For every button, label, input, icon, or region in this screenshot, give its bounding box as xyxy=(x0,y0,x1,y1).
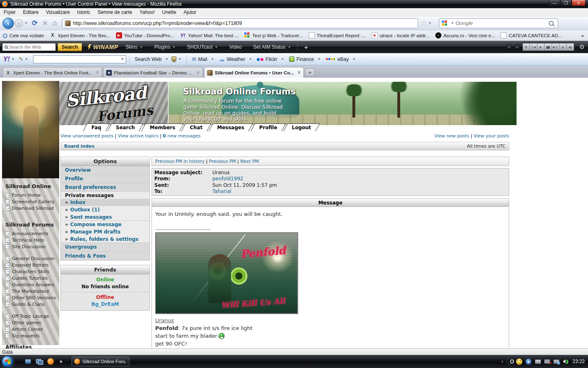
sidebar-item-site-discussion[interactable]: →Site Discussion xyxy=(2,243,59,250)
windows-start-button[interactable] xyxy=(2,356,13,368)
sidebar-item-other-sro-versions[interactable]: →Other SRO Versions xyxy=(2,294,59,301)
bookmark-xpert[interactable]: X Xpert Eleven - The Bes... xyxy=(47,32,113,38)
forum-tab-messages[interactable]: Messages xyxy=(209,123,253,131)
stop-icon[interactable]: ✕ xyxy=(40,20,50,27)
pencil-icon[interactable]: ✎ xyxy=(19,56,23,62)
option-usergroups[interactable]: Usergroups xyxy=(61,243,149,251)
winamp-search-button[interactable]: Search xyxy=(58,43,82,51)
menu-view[interactable]: Vizualizare xyxy=(42,8,73,16)
previous-pm-history-link[interactable]: Previous PM in history xyxy=(155,159,205,164)
sidebar-item-guides-tutorials[interactable]: →Guides Tutorials xyxy=(2,275,59,281)
forum-tab-logout[interactable]: Logout xyxy=(283,123,320,131)
yahoo-weather-button[interactable]: ☁Weather▼ xyxy=(217,56,255,63)
yahoo-ebay-button[interactable]: eBay▼ xyxy=(324,56,359,62)
bookmark-youtube[interactable]: ▶ YouTube - DomnulPro... xyxy=(113,32,177,38)
taskbar-button-firefox[interactable]: Silkroad Online Foru... xyxy=(71,357,129,366)
board-index-link[interactable]: Board index xyxy=(61,144,95,149)
view-unanswered-posts-link[interactable]: View unanswered posts xyxy=(60,133,114,139)
network-tray-icon[interactable] xyxy=(553,359,559,364)
tray-expand-chevron[interactable]: ‹ xyxy=(501,359,503,364)
forum-tab-members[interactable]: Members xyxy=(141,123,184,131)
sidebar-item-announcements[interactable]: →Announcements xyxy=(2,230,59,237)
steam-tray-icon[interactable] xyxy=(506,358,513,365)
winamp-updown-button[interactable]: ⇕ xyxy=(523,43,530,51)
show-desktop-icon[interactable] xyxy=(25,359,31,364)
option-outbox[interactable]: »Outbox (1) xyxy=(61,206,149,213)
winamp-menu-aim-status[interactable]: Set AIM Status▼ xyxy=(249,44,295,50)
back-button[interactable]: ‹ xyxy=(2,18,14,29)
offline-friend-link[interactable]: Bg_DrEaM xyxy=(61,300,149,307)
menu-edit[interactable]: Editare xyxy=(19,8,42,16)
option-board-preferences[interactable]: Board preferences xyxy=(61,183,149,192)
quick-launch-overflow-chevron[interactable]: » xyxy=(60,359,62,364)
winamp-next-button[interactable]: ▸❘ xyxy=(552,43,559,51)
option-overview[interactable]: Overview xyxy=(61,166,149,175)
tab-close-icon[interactable]: ✕ xyxy=(194,70,200,75)
pm-recipient-link[interactable]: Taharial xyxy=(212,188,232,194)
winamp-pause-button[interactable]: ▮▮ xyxy=(545,43,552,51)
sidebar-item-forum-home[interactable]: →Forum Home xyxy=(2,192,59,198)
sidebar-item-download-silkroad[interactable]: →Download Silkroad xyxy=(2,205,59,211)
bookmark-star-icon[interactable]: ☆ xyxy=(421,19,427,27)
chevron-down-icon[interactable]: ▼ xyxy=(121,57,126,61)
sidebar-item-artists-corner[interactable]: →Artists Corner xyxy=(2,326,59,332)
bookmarks-overflow-chevron[interactable]: » xyxy=(577,33,588,38)
display-tray-icon[interactable] xyxy=(535,359,541,364)
search-input[interactable] xyxy=(456,20,549,26)
new-messages-link[interactable]: 0 new messages xyxy=(163,133,201,139)
winamp-brand[interactable]: WINAMP xyxy=(93,44,118,50)
pm-sender-link[interactable]: penfold1992 xyxy=(212,176,243,182)
sidebar-item-characters-skills[interactable]: →Characters Skills xyxy=(2,268,59,275)
winamp-search-box[interactable] xyxy=(2,43,56,51)
sidebar-item-general-discussion[interactable]: →General Discussion xyxy=(2,255,59,262)
menu-yahoo[interactable]: Yahoo! xyxy=(136,8,158,16)
view-your-posts-link[interactable]: View your posts xyxy=(474,133,509,139)
winamp-eject-button[interactable]: ▴ xyxy=(559,43,567,51)
view-new-posts-link[interactable]: View new posts xyxy=(434,133,469,139)
winamp-previous-button[interactable]: ❘◂ xyxy=(530,43,537,51)
option-sent-messages[interactable]: »Sent messages xyxy=(61,213,149,221)
home-icon[interactable]: ⌂ xyxy=(50,19,60,27)
winamp-search-input[interactable] xyxy=(9,45,48,49)
tab-xpert-eleven[interactable]: X Xpert Eleven - The Best Online Foot...… xyxy=(2,67,102,78)
tab-close-icon[interactable]: ✕ xyxy=(93,70,99,75)
chevron-down-icon[interactable]: ▼ xyxy=(176,57,183,61)
yahoo-finance-button[interactable]: $Finance▼ xyxy=(287,56,324,62)
tab-planetarium[interactable]: ★ Planetarium Football Star – Devino ...… xyxy=(103,67,203,78)
yahoo-logo[interactable]: Y! xyxy=(3,56,10,63)
forum-tab-search[interactable]: Search xyxy=(107,123,144,131)
yahoo-search-combo[interactable]: ▼ xyxy=(33,55,126,63)
volume-tray-icon[interactable]: ))) xyxy=(563,359,568,364)
minimize-button[interactable]: — xyxy=(549,0,560,6)
winamp-play-button[interactable]: ▸ xyxy=(537,43,545,51)
close-button[interactable]: ✕ xyxy=(572,0,586,6)
previous-pm-link[interactable]: Previous PM xyxy=(209,159,236,164)
history-dropdown-icon[interactable]: ▼ xyxy=(23,21,29,25)
maximize-button[interactable]: ❐ xyxy=(560,0,572,6)
window-switcher-icon[interactable] xyxy=(36,359,42,364)
yahoo-flickr-button[interactable]: Flickr▼ xyxy=(255,56,287,62)
power-tray-icon[interactable] xyxy=(544,359,550,364)
menu-history[interactable]: Istoric xyxy=(74,8,94,16)
bookmark-yahoo-mail[interactable]: Y! Yahoo! Mail: The best ... xyxy=(177,32,241,38)
search-engine-dropdown-icon[interactable]: ▼ xyxy=(449,21,456,25)
sidebar-item-screenshot-gallery[interactable]: →Screenshot Gallery xyxy=(2,198,59,205)
bookmark-most-visited[interactable]: Cele mai vizitate xyxy=(0,33,47,38)
forum-tab-faq[interactable]: Faq xyxy=(83,123,110,131)
sidebar-item-questions-answers[interactable]: →Questions Answers xyxy=(2,281,59,288)
bookmark-translate[interactable]: Text şi Web - Traducer... xyxy=(241,32,306,38)
sidebar-item-guilds-clans[interactable]: →Guilds & Clans xyxy=(2,301,59,307)
option-compose-message[interactable]: »Compose message xyxy=(61,221,149,228)
google-icon[interactable] xyxy=(442,20,448,26)
bookmark-threatexpert[interactable]: ThreatExpert Report: ... xyxy=(306,32,369,38)
next-pm-link[interactable]: Next PM xyxy=(241,159,259,164)
forward-button[interactable]: › xyxy=(15,19,23,27)
winamp-menu-skins[interactable]: Skins▼ xyxy=(121,44,147,50)
winamp-info-button[interactable]: i xyxy=(506,44,512,50)
option-friends-foes[interactable]: Friends & Foes xyxy=(61,251,149,260)
sidebar-item-other-games[interactable]: →Other games xyxy=(2,319,59,326)
url-bar[interactable]: http://www.silkroadforums.com/ucp.php?i=… xyxy=(62,18,418,28)
bookmark-dropdown-icon[interactable]: ▼ xyxy=(427,21,433,25)
firefox-icon[interactable] xyxy=(47,358,54,365)
yahoo-mail-button[interactable]: ✉Mail▼ xyxy=(190,56,217,62)
